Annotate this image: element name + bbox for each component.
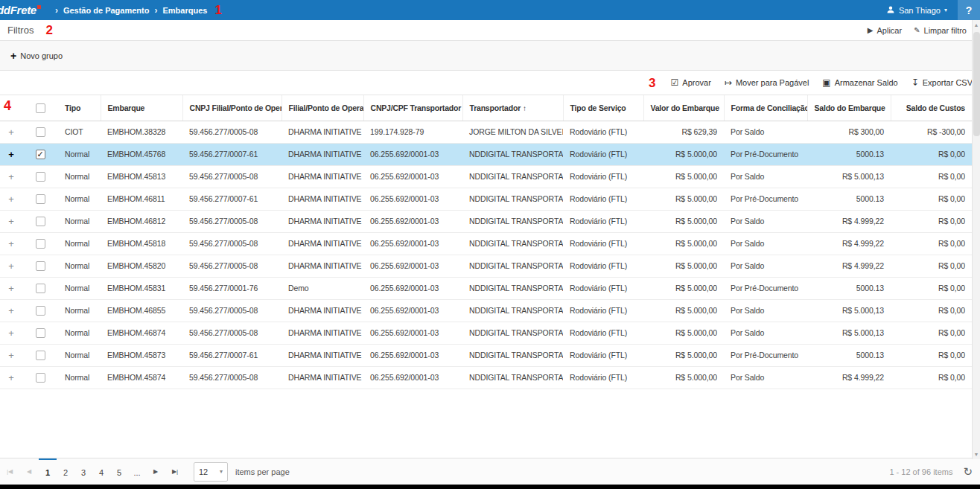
- expand-row-button[interactable]: +: [8, 283, 14, 294]
- prev-page-button[interactable]: ◀: [19, 458, 39, 485]
- cell-cnpj-transportador: 06.255.692/0001-03: [363, 165, 462, 188]
- column-header-tipo[interactable]: Tipo: [58, 95, 101, 121]
- row-checkbox[interactable]: [36, 217, 45, 226]
- page-button[interactable]: 4: [92, 458, 110, 485]
- cell-saldo-custos: R$ 0,00: [891, 322, 972, 344]
- table-row[interactable]: +NormalEMBHOM.4681159.456.277/0007-61DHA…: [0, 188, 972, 210]
- move-to-payable-button[interactable]: ↦ Mover para Pagável: [725, 77, 809, 88]
- row-checkbox[interactable]: ✓: [36, 150, 45, 159]
- select-all-checkbox[interactable]: [36, 103, 45, 113]
- breadcrumb-item-gestao[interactable]: Gestão de Pagamento: [63, 6, 150, 15]
- page-button[interactable]: 1: [39, 458, 57, 485]
- breadcrumb-item-embarques[interactable]: Embarques: [162, 6, 207, 15]
- row-checkbox[interactable]: [36, 261, 45, 271]
- expand-row-button[interactable]: +: [8, 171, 14, 182]
- user-menu[interactable]: San Thiago ▾: [886, 5, 947, 16]
- column-header-saldo-custos[interactable]: Saldo de Custos: [891, 95, 972, 121]
- row-checkbox[interactable]: [36, 239, 45, 249]
- row-checkbox[interactable]: [36, 194, 45, 204]
- row-checkbox[interactable]: [36, 284, 45, 293]
- table-row[interactable]: +NormalEMBHOM.4587459.456.277/0005-08DHA…: [0, 366, 972, 389]
- app-logo: ddFrete: [0, 4, 41, 16]
- expand-row-button[interactable]: +: [8, 327, 14, 339]
- cell-forma-conciliacao: Por Saldo: [724, 366, 807, 389]
- expand-row-button[interactable]: +: [8, 194, 14, 205]
- row-checkbox[interactable]: [36, 306, 45, 316]
- row-checkbox[interactable]: [36, 351, 45, 360]
- scroll-up-icon[interactable]: ▲: [973, 22, 980, 28]
- filters-title: Filtros: [7, 25, 34, 36]
- cell-tipo-servico: Rodoviário (FTL): [563, 366, 643, 389]
- row-checkbox[interactable]: [36, 373, 45, 383]
- column-header-transportador[interactable]: Transportador↑: [462, 95, 563, 121]
- column-header-saldo-embarque[interactable]: Saldo do Embarque: [807, 95, 891, 121]
- page-button[interactable]: 3: [74, 458, 92, 485]
- cell-embarque: EMBHOM.45873: [101, 344, 182, 366]
- cell-valor-embarque: R$ 5.000,00: [643, 210, 724, 232]
- cell-filial: DHARMA INITIATIVE: [281, 121, 363, 143]
- row-checkbox[interactable]: [36, 328, 45, 338]
- pager-more-button[interactable]: ...: [128, 458, 146, 485]
- last-page-button[interactable]: ▶|: [165, 458, 185, 485]
- row-checkbox[interactable]: [36, 172, 45, 182]
- approve-button[interactable]: ☑ Aprovar: [671, 77, 711, 88]
- refresh-icon[interactable]: ↻: [963, 465, 973, 479]
- column-header-cnpj-filial[interactable]: CNPJ Filial/Ponto de Operação: [182, 95, 281, 121]
- page-button[interactable]: 2: [57, 458, 74, 485]
- table-row[interactable]: +NormalEMBHOM.4685559.456.277/0005-08DHA…: [0, 299, 972, 322]
- cell-cnpj-filial: 59.456.277/0001-76: [182, 277, 281, 299]
- expand-row-button[interactable]: +: [8, 350, 14, 361]
- cell-transportador: NDDIGITAL TRANSPORTADORA: [462, 232, 563, 255]
- new-group-button[interactable]: + Novo grupo: [10, 51, 63, 61]
- expand-row-button[interactable]: +: [8, 149, 14, 160]
- vertical-scrollbar[interactable]: ▲ ▼: [972, 20, 980, 459]
- table-row[interactable]: +NormalEMBHOM.4581359.456.277/0005-08DHA…: [0, 165, 972, 188]
- page-size-select[interactable]: 12 ▾: [194, 462, 228, 482]
- expand-row-button[interactable]: +: [8, 305, 14, 316]
- store-balance-button[interactable]: ▣ Armazenar Saldo: [822, 77, 897, 88]
- cell-filial: DHARMA INITIATIVE MG: [281, 344, 363, 366]
- table-row[interactable]: +NormalEMBHOM.4581859.456.277/0005-08DHA…: [0, 232, 972, 255]
- cell-transportador: NDDIGITAL TRANSPORTADORA: [462, 143, 563, 165]
- cell-tipo-servico: Rodoviário (FTL): [563, 188, 643, 210]
- checkbox-cell: [22, 188, 58, 210]
- column-header-cnpj-transportador[interactable]: CNPJ/CPF Transportador: [363, 95, 462, 121]
- expand-cell: +: [0, 277, 22, 299]
- table-row[interactable]: +NormalEMBHOM.4587359.456.277/0007-61DHA…: [0, 344, 972, 366]
- expand-row-button[interactable]: +: [8, 261, 14, 272]
- expand-row-button[interactable]: +: [8, 372, 14, 383]
- column-header-embarque[interactable]: Embarque: [101, 95, 182, 121]
- page-button[interactable]: 5: [110, 458, 128, 485]
- expand-cell: +: [0, 210, 22, 232]
- expand-row-button[interactable]: +: [8, 238, 14, 249]
- table-row[interactable]: +✓NormalEMBHOM.4576859.456.277/0007-61DH…: [0, 143, 972, 165]
- apply-filter-button[interactable]: ▶ Aplicar: [868, 26, 902, 35]
- cell-cnpj-filial: 59.456.277/0005-08: [182, 322, 281, 344]
- table-row[interactable]: +NormalEMBHOM.4687459.456.277/0005-08DHA…: [0, 322, 972, 344]
- column-header-tipo-servico[interactable]: Tipo de Serviço: [563, 95, 643, 121]
- column-header-valor-embarque[interactable]: Valor do Embarque: [643, 95, 724, 121]
- cell-tipo-servico: Rodoviário (FTL): [563, 322, 643, 344]
- first-page-button[interactable]: |◀: [0, 458, 19, 485]
- cell-tipo: Normal: [58, 165, 101, 188]
- export-csv-button[interactable]: ↧ Exportar CSV: [911, 77, 973, 88]
- cell-cnpj-transportador: 06.255.692/0001-03: [363, 255, 462, 277]
- expand-row-button[interactable]: +: [8, 127, 14, 138]
- expand-cell: +: [0, 322, 22, 344]
- next-page-button[interactable]: ▶: [146, 458, 165, 485]
- table-row[interactable]: +NormalEMBHOM.4681259.456.277/0005-08DHA…: [0, 210, 972, 232]
- scroll-down-icon[interactable]: ▼: [973, 452, 980, 457]
- cell-saldo-custos: R$ 0,00: [891, 255, 972, 277]
- expand-cell: +: [0, 299, 22, 322]
- table-row[interactable]: +NormalEMBHOM.4582059.456.277/0005-08DHA…: [0, 255, 972, 277]
- column-header-forma-conciliacao[interactable]: Forma de Conciliação: [724, 95, 807, 121]
- scrollbar-thumb[interactable]: [973, 32, 980, 136]
- logo-red-square: [37, 5, 41, 9]
- column-header-filial[interactable]: Filial/Ponto de Operação: [281, 95, 363, 121]
- table-row[interactable]: +NormalEMBHOM.4583159.456.277/0001-76Dem…: [0, 277, 972, 299]
- row-checkbox[interactable]: [36, 127, 45, 137]
- clear-filter-button[interactable]: ✎ Limpar filtro: [914, 26, 967, 35]
- help-button[interactable]: ?: [958, 0, 980, 20]
- table-row[interactable]: +CIOTEMBHOM.3832859.456.277/0005-08DHARM…: [0, 121, 972, 143]
- expand-row-button[interactable]: +: [8, 216, 14, 227]
